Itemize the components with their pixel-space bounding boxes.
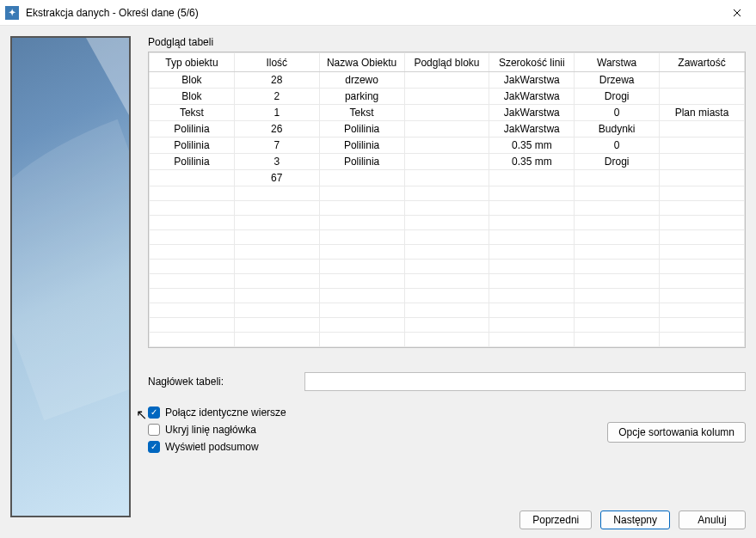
table-cell — [489, 186, 575, 201]
table-row[interactable] — [150, 201, 745, 216]
table-row[interactable]: Blok28drzewoJakWarstwaDrzewa — [150, 72, 745, 89]
table-cell — [489, 170, 575, 186]
table-row[interactable]: Polilinia7Polilinia0.35 mm0 — [150, 138, 745, 154]
table-cell: Polilinia — [150, 138, 235, 154]
table-cell — [575, 230, 660, 245]
table-row[interactable] — [150, 260, 745, 274]
titlebar: ✦ Ekstrakcja danych - Określ dane (5/6) — [0, 0, 756, 26]
hide-header-label: Ukryj linię nagłówka — [165, 424, 256, 436]
sort-options-button[interactable]: Opcje sortowania kolumn — [607, 422, 746, 443]
table-cell — [150, 170, 235, 186]
hide-header-checkbox[interactable] — [148, 424, 160, 436]
table-cell: 7 — [234, 138, 319, 154]
table-row[interactable] — [150, 303, 745, 318]
table-cell: drzewo — [319, 72, 404, 89]
table-cell — [404, 72, 489, 89]
table-row[interactable] — [150, 318, 745, 333]
table-cell — [404, 89, 489, 105]
col-header[interactable]: Warstwa — [575, 53, 660, 72]
table-header-field-label: Nagłówek tabeli: — [148, 376, 294, 388]
table-row[interactable] — [150, 230, 745, 245]
table-cell — [319, 303, 404, 318]
table-preview[interactable]: Typ obiektu Ilość Nazwa Obiektu Podgląd … — [148, 52, 746, 348]
table-cell — [404, 154, 489, 170]
previous-button[interactable]: Poprzedni — [519, 510, 592, 529]
table-row[interactable] — [150, 216, 745, 230]
table-cell — [150, 274, 235, 289]
table-cell — [404, 333, 489, 347]
table-row[interactable]: Tekst1TekstJakWarstwa0Plan miasta — [150, 105, 745, 121]
next-button[interactable]: Następny — [600, 510, 670, 529]
table-row[interactable]: Blok2parkingJakWarstwaDrogi — [150, 89, 745, 105]
table-cell — [660, 154, 745, 170]
window-title: Ekstrakcja danych - Określ dane (5/6) — [26, 7, 717, 19]
table-cell — [404, 138, 489, 154]
table-cell — [150, 216, 235, 230]
col-header[interactable]: Podgląd bloku — [404, 53, 489, 72]
col-header[interactable]: Typ obiektu — [150, 53, 235, 72]
table-row[interactable] — [150, 333, 745, 347]
table-cell — [319, 333, 404, 347]
table-cell: 0 — [575, 105, 660, 121]
table-cell: JakWarstwa — [489, 121, 575, 138]
table-cell — [404, 230, 489, 245]
table-cell — [234, 318, 319, 333]
table-cell — [234, 333, 319, 347]
table-row[interactable] — [150, 274, 745, 289]
table-cell: Polilinia — [319, 121, 404, 138]
merge-identical-checkbox[interactable] — [148, 407, 160, 419]
table-cell — [404, 303, 489, 318]
table-cell — [660, 138, 745, 154]
table-cell — [489, 318, 575, 333]
table-cell — [575, 216, 660, 230]
table-cell — [660, 72, 745, 89]
merge-identical-label: Połącz identyczne wiersze — [165, 407, 286, 419]
table-cell — [150, 303, 235, 318]
table-cell — [575, 170, 660, 186]
table-row[interactable]: Polilinia3Polilinia0.35 mmDrogi — [150, 154, 745, 170]
table-header-input[interactable] — [304, 372, 746, 391]
table-cell — [404, 260, 489, 274]
table-header-row[interactable]: Typ obiektu Ilość Nazwa Obiektu Podgląd … — [150, 53, 745, 72]
table-cell: parking — [319, 89, 404, 105]
table-cell: 28 — [234, 72, 319, 89]
table-cell: 0.35 mm — [489, 138, 575, 154]
table-cell — [660, 333, 745, 347]
table-row[interactable]: 67 — [150, 170, 745, 186]
table-cell — [150, 230, 235, 245]
table-preview-label: Podgląd tabeli — [148, 36, 746, 48]
table-cell — [660, 274, 745, 289]
table-cell — [660, 289, 745, 303]
col-header[interactable]: Ilość — [234, 53, 319, 72]
table-row[interactable] — [150, 245, 745, 260]
table-cell — [234, 303, 319, 318]
table-cell — [575, 245, 660, 260]
close-button[interactable] — [717, 0, 756, 26]
table-row[interactable] — [150, 289, 745, 303]
col-header[interactable]: Nazwa Obiektu — [319, 53, 404, 72]
table-cell — [319, 186, 404, 201]
table-cell — [150, 186, 235, 201]
table-cell — [660, 121, 745, 138]
col-header[interactable]: Zawartość — [660, 53, 745, 72]
table-cell — [404, 274, 489, 289]
show-summary-checkbox[interactable] — [148, 441, 160, 453]
table-cell: 3 — [234, 154, 319, 170]
table-cell — [404, 318, 489, 333]
table-cell: Polilinia — [319, 138, 404, 154]
table-cell: 26 — [234, 121, 319, 138]
table-cell — [489, 230, 575, 245]
table-cell: Tekst — [319, 105, 404, 121]
table-cell: Tekst — [150, 105, 235, 121]
table-cell — [404, 170, 489, 186]
table-cell — [319, 260, 404, 274]
close-icon — [733, 9, 741, 17]
table-cell — [404, 201, 489, 216]
table-row[interactable]: Polilinia26PoliliniaJakWarstwaBudynki — [150, 121, 745, 138]
table-cell — [489, 289, 575, 303]
table-cell — [489, 260, 575, 274]
table-cell — [150, 318, 235, 333]
table-row[interactable] — [150, 186, 745, 201]
col-header[interactable]: Szerokość linii — [489, 53, 575, 72]
cancel-button[interactable]: Anuluj — [679, 510, 746, 529]
